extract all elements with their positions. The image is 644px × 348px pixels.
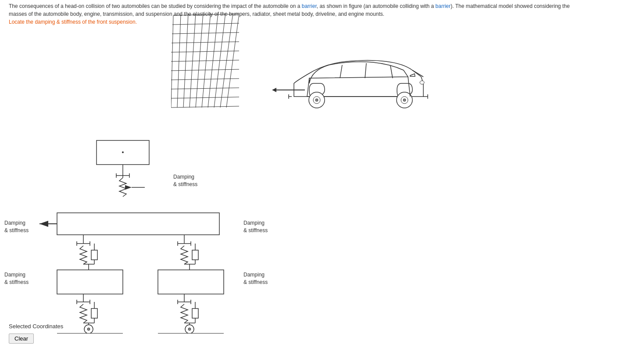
svg-line-17 (171, 79, 239, 80)
svg-line-14 (171, 51, 239, 52)
svg-line-2 (183, 14, 188, 108)
svg-line-19 (171, 97, 239, 98)
car-diagram (285, 53, 430, 115)
desc-line1: The consequences of a head-on collision … (9, 3, 570, 9)
damping-label-right-mid: Damping& stiffness (243, 219, 268, 234)
svg-point-106 (188, 328, 191, 330)
svg-rect-58 (91, 250, 97, 260)
svg-line-20 (171, 106, 239, 108)
svg-line-1 (177, 14, 181, 108)
svg-line-9 (226, 14, 239, 108)
description-text: The consequences of a head-on collision … (9, 2, 635, 26)
desc-line3: Locate the damping & stiffness of the fr… (9, 19, 137, 25)
svg-line-23 (340, 65, 342, 78)
svg-line-12 (172, 32, 239, 34)
svg-line-25 (390, 66, 393, 78)
svg-point-34 (403, 99, 406, 101)
svg-line-11 (172, 23, 239, 25)
clear-button[interactable]: Clear (9, 334, 34, 344)
svg-rect-52 (57, 213, 219, 235)
svg-rect-62 (57, 270, 123, 294)
damping-label-left-bot: Damping& stiffness (4, 271, 29, 286)
svg-rect-68 (91, 309, 97, 318)
svg-marker-22 (272, 88, 276, 92)
svg-line-15 (171, 60, 239, 61)
svg-line-24 (365, 63, 366, 78)
damping-label-right-bot: Damping& stiffness (243, 271, 268, 286)
svg-rect-91 (192, 250, 198, 260)
svg-line-4 (196, 13, 203, 108)
svg-point-38 (420, 81, 424, 84)
svg-point-37 (315, 99, 318, 101)
svg-point-73 (87, 328, 90, 330)
selected-coordinates-label: Selected Coordinates (9, 323, 63, 330)
svg-rect-95 (158, 270, 224, 294)
svg-line-26 (412, 70, 423, 77)
damping-label-top: Damping& stiffness (173, 173, 197, 188)
mechanical-diagram (22, 132, 268, 335)
svg-line-10 (173, 14, 239, 15)
svg-rect-101 (192, 309, 198, 318)
svg-line-39 (307, 78, 309, 97)
svg-point-44 (122, 151, 124, 153)
barrier-diagram (171, 13, 239, 111)
damping-label-left-mid: Damping& stiffness (4, 219, 29, 234)
svg-line-3 (190, 14, 196, 108)
